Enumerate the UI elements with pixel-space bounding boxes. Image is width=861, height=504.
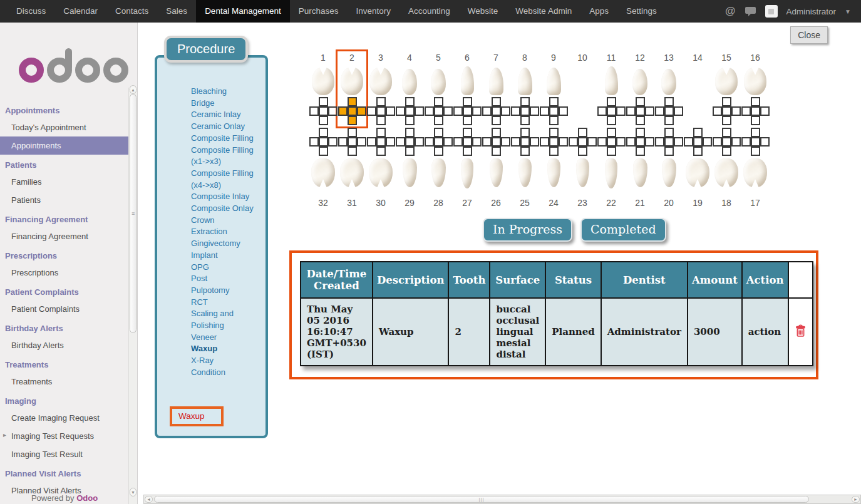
surface-cell[interactable] xyxy=(549,128,559,137)
surface-cell[interactable] xyxy=(386,106,395,116)
surface-selector-tooth-6[interactable] xyxy=(453,97,482,125)
surface-cell[interactable] xyxy=(664,137,674,147)
surface-cell[interactable] xyxy=(348,106,357,116)
surface-selector-tooth-21[interactable] xyxy=(626,128,654,156)
nav-item-website[interactable]: Website xyxy=(459,0,507,23)
nav-item-website-admin[interactable]: Website Admin xyxy=(507,0,580,23)
surface-selector-tooth-19[interactable] xyxy=(684,128,712,156)
tooth-image-4[interactable] xyxy=(402,69,417,95)
surface-cell[interactable] xyxy=(405,137,415,147)
powered-by-brand[interactable]: Odoo xyxy=(76,493,98,503)
surface-cell[interactable] xyxy=(722,97,731,106)
scroll-up-icon[interactable]: ▲ xyxy=(130,85,137,94)
surface-cell[interactable] xyxy=(530,106,539,116)
surface-cell[interactable] xyxy=(443,106,453,116)
surface-cell[interactable] xyxy=(472,106,482,116)
sidebar-scrollbar[interactable]: ▲ ▼ xyxy=(128,88,137,504)
tooth-image-30[interactable] xyxy=(369,158,393,187)
surface-cell[interactable] xyxy=(348,116,357,125)
surface-cell[interactable] xyxy=(376,106,386,116)
surface-cell[interactable] xyxy=(741,137,751,147)
scroll-left-icon[interactable]: ◄ xyxy=(145,496,153,503)
surface-cell[interactable] xyxy=(396,137,405,147)
procedure-link-post[interactable]: Post xyxy=(191,273,266,285)
surface-cell[interactable] xyxy=(587,137,597,147)
tooth-image-20[interactable] xyxy=(662,158,676,187)
surface-cell[interactable] xyxy=(482,106,492,116)
surface-cell[interactable] xyxy=(741,106,751,116)
tooth-image-25[interactable] xyxy=(518,158,532,187)
surface-cell[interactable] xyxy=(319,97,328,106)
surface-cell[interactable] xyxy=(463,147,472,156)
surface-selector-tooth-4[interactable] xyxy=(396,97,424,125)
surface-selector-tooth-25[interactable] xyxy=(511,128,539,156)
surface-cell[interactable] xyxy=(760,106,770,116)
tooth-image-8[interactable] xyxy=(518,68,532,95)
surface-cell[interactable] xyxy=(319,137,328,147)
surface-cell[interactable] xyxy=(722,106,731,116)
surface-cell[interactable] xyxy=(348,97,357,106)
sidebar-item-families[interactable]: Families xyxy=(0,173,137,191)
surface-cell[interactable] xyxy=(731,106,741,116)
surface-selector-tooth-2[interactable] xyxy=(338,97,366,125)
surface-cell[interactable] xyxy=(463,128,472,137)
surface-cell[interactable] xyxy=(472,137,482,147)
tooth-image-1[interactable] xyxy=(312,68,334,95)
surface-cell[interactable] xyxy=(511,106,520,116)
surface-selector-tooth-16[interactable] xyxy=(741,97,770,125)
nav-item-sales[interactable]: Sales xyxy=(157,0,196,23)
surface-cell[interactable] xyxy=(482,137,492,147)
surface-cell[interactable] xyxy=(664,128,674,137)
sidebar-scrollbar-thumb[interactable] xyxy=(130,94,137,333)
procedure-link-gingivectomy[interactable]: Gingivectomy xyxy=(191,238,266,250)
sidebar-item-treatments[interactable]: Treatments xyxy=(0,373,137,391)
tooth-image-29[interactable] xyxy=(403,158,417,187)
messages-icon[interactable] xyxy=(745,6,756,16)
surface-cell[interactable] xyxy=(578,137,587,147)
surface-cell[interactable] xyxy=(463,106,472,116)
procedure-link-composite-filling-x4-x8[interactable]: Composite Filling (x4->x8) xyxy=(191,168,266,191)
surface-selector-tooth-15[interactable] xyxy=(713,97,741,125)
surface-cell[interactable] xyxy=(722,137,731,147)
surface-cell[interactable] xyxy=(319,106,328,116)
surface-cell[interactable] xyxy=(492,128,501,137)
surface-cell[interactable] xyxy=(760,137,770,147)
nav-item-apps[interactable]: Apps xyxy=(580,0,617,23)
surface-cell[interactable] xyxy=(319,116,328,125)
nav-item-contacts[interactable]: Contacts xyxy=(106,0,157,23)
surface-cell[interactable] xyxy=(645,106,654,116)
surface-cell[interactable] xyxy=(434,147,443,156)
surface-cell[interactable] xyxy=(376,128,386,137)
surface-selector-tooth-12[interactable] xyxy=(626,97,654,125)
procedure-link-composite-filling-x1-x3[interactable]: Composite Filling (x1->x3) xyxy=(191,145,266,168)
tooth-image-5[interactable] xyxy=(431,69,446,95)
tooth-image-18[interactable] xyxy=(714,158,738,187)
surface-cell[interactable] xyxy=(751,137,760,147)
tooth-image-22[interactable] xyxy=(605,158,617,188)
nav-item-dental-management[interactable]: Dental Management xyxy=(196,0,290,23)
tooth-image-11[interactable] xyxy=(605,66,618,95)
surface-selector-tooth-1[interactable] xyxy=(309,97,338,125)
surface-selector-tooth-17[interactable] xyxy=(741,128,770,156)
scroll-right-icon[interactable]: ► xyxy=(852,496,860,503)
procedure-link-bleaching[interactable]: Bleaching xyxy=(191,86,266,98)
procedure-link-opg[interactable]: OPG xyxy=(191,262,266,274)
surface-selector-tooth-3[interactable] xyxy=(367,97,395,125)
surface-cell[interactable] xyxy=(492,137,501,147)
surface-cell[interactable] xyxy=(367,106,376,116)
surface-cell[interactable] xyxy=(376,116,386,125)
sidebar-item-imaging-test-requests[interactable]: ▸Imaging Test Requests xyxy=(0,427,137,445)
surface-cell[interactable] xyxy=(405,106,415,116)
surface-cell[interactable] xyxy=(405,128,415,137)
surface-cell[interactable] xyxy=(597,137,607,147)
surface-cell[interactable] xyxy=(520,147,530,156)
surface-cell[interactable] xyxy=(376,97,386,106)
surface-cell[interactable] xyxy=(376,137,386,147)
close-button[interactable]: Close xyxy=(790,26,828,44)
surface-cell[interactable] xyxy=(443,137,453,147)
surface-cell[interactable] xyxy=(664,106,674,116)
user-avatar[interactable] xyxy=(765,5,778,18)
surface-cell[interactable] xyxy=(453,137,463,147)
surface-cell[interactable] xyxy=(434,137,443,147)
surface-selector-tooth-13[interactable] xyxy=(655,97,683,125)
